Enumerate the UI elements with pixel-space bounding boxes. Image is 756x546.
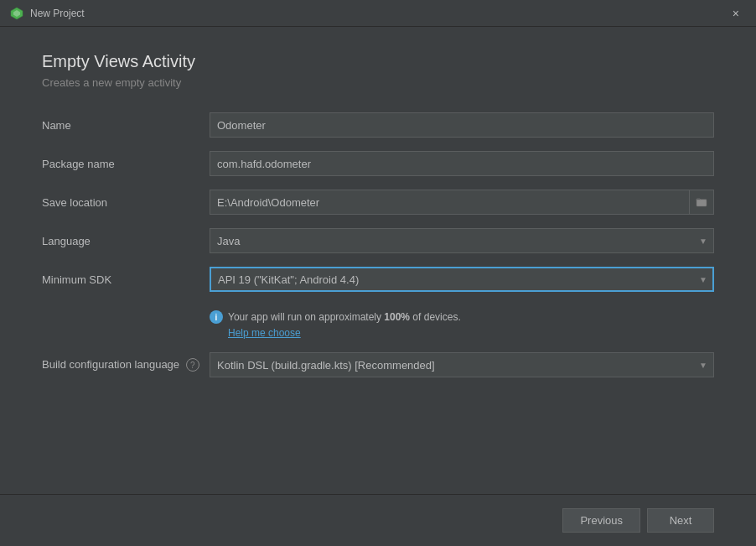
sdk-percent: 100% [384, 311, 410, 323]
app-icon [10, 7, 23, 20]
min-sdk-select-wrapper: API 19 ("KitKat"; Android 4.4) API 21 (A… [210, 267, 714, 292]
build-config-row: Build configuration language ? Kotlin DS… [42, 352, 714, 377]
sdk-info-section: i Your app will run on approximately 100… [210, 310, 714, 339]
min-sdk-select[interactable]: API 19 ("KitKat"; Android 4.4) API 21 (A… [210, 267, 714, 292]
save-location-row: Save location [42, 190, 714, 215]
info-icon: i [210, 310, 223, 324]
name-input[interactable] [210, 112, 714, 138]
help-me-choose-link[interactable]: Help me choose [228, 327, 301, 339]
build-config-select-wrapper: Kotlin DSL (build.gradle.kts) [Recommend… [210, 352, 714, 377]
min-sdk-row: Minimum SDK API 19 ("KitKat"; Android 4.… [42, 267, 714, 292]
build-config-select[interactable]: Kotlin DSL (build.gradle.kts) [Recommend… [210, 352, 714, 377]
language-row: Language Java Kotlin ▼ [42, 228, 714, 253]
build-config-help-icon[interactable]: ? [186, 358, 199, 372]
activity-subtitle: Creates a new empty activity [42, 76, 714, 89]
package-label: Package name [42, 158, 210, 170]
close-button[interactable]: × [726, 3, 746, 23]
window-title: New Project [30, 8, 726, 19]
activity-title: Empty Views Activity [42, 52, 714, 71]
main-content: Empty Views Activity Creates a new empty… [0, 27, 756, 494]
save-location-label: Save location [42, 196, 210, 209]
language-select-wrapper: Java Kotlin ▼ [210, 228, 714, 253]
browse-folder-button[interactable] [689, 190, 714, 215]
titlebar: New Project × [0, 0, 756, 27]
new-project-window: New Project × Empty Views Activity Creat… [0, 0, 756, 546]
next-button[interactable]: Next [647, 508, 714, 533]
name-row: Name [42, 112, 714, 138]
build-config-label: Build configuration language ? [42, 358, 210, 372]
name-label: Name [42, 119, 210, 132]
svg-rect-2 [696, 200, 707, 206]
dialog-footer: Previous Next [0, 494, 756, 546]
sdk-info-text: Your app will run on approximately 100% … [228, 311, 461, 323]
save-location-input[interactable] [210, 190, 689, 215]
save-location-field-group [210, 190, 714, 215]
sdk-info-row: i Your app will run on approximately 100… [210, 310, 714, 324]
package-row: Package name [42, 151, 714, 176]
previous-button[interactable]: Previous [562, 508, 640, 533]
language-select[interactable]: Java Kotlin [210, 228, 714, 253]
language-label: Language [42, 235, 210, 247]
min-sdk-label: Minimum SDK [42, 273, 210, 286]
package-input[interactable] [210, 151, 714, 176]
